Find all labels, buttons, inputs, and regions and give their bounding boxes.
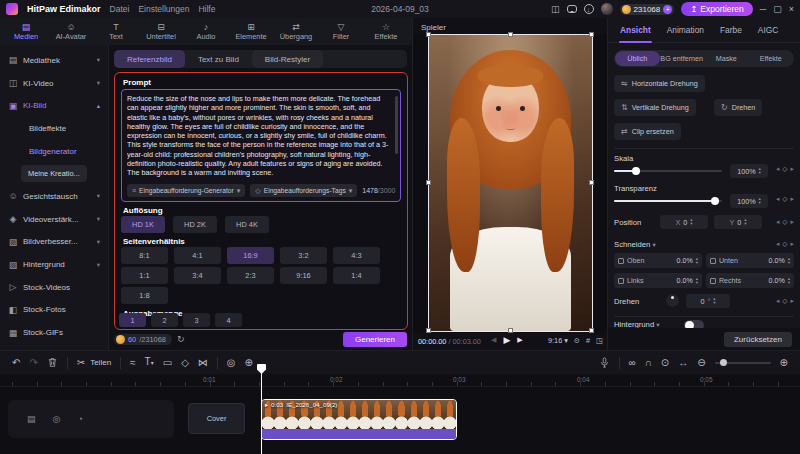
selection-handle[interactable] xyxy=(426,180,431,185)
position-x-field[interactable]: X0▴▾ xyxy=(660,215,708,229)
kf-prev-icon[interactable]: ◂ xyxy=(776,195,779,203)
tab-ansicht[interactable]: Ansicht xyxy=(612,18,659,43)
grid-icon[interactable]: # xyxy=(586,336,590,345)
aspect-16-9[interactable]: 16:9 xyxy=(227,247,274,264)
prompt-generator-button[interactable]: ≡Eingabeaufforderung-Generator▾ xyxy=(127,184,245,197)
kf-prev-icon[interactable]: ◂ xyxy=(776,218,779,226)
reset-button[interactable]: Zurücksetzen xyxy=(724,332,792,347)
rotation-field[interactable]: 0°▴▾ xyxy=(686,294,730,308)
fit-timeline-icon[interactable]: ↔ xyxy=(678,357,688,368)
quantity-2[interactable]: 2 xyxy=(151,313,178,327)
sidebar-item-stock-gifs[interactable]: ▦Stock-GIFs xyxy=(5,321,103,344)
crop-tool-icon[interactable]: ▭ xyxy=(163,357,172,368)
fullscreen-icon[interactable]: ◳ xyxy=(596,336,603,345)
sidebar-item-bildgenerator[interactable]: Bildgenerator xyxy=(5,140,103,163)
step-down-icon[interactable]: ▾ xyxy=(696,261,698,265)
ribbon-tab-audio[interactable]: ♪Audio xyxy=(184,22,228,41)
replace-clip-button[interactable]: ⇄Clip ersetzen xyxy=(614,123,681,140)
flip-horizontal-button[interactable]: ⇋Horizontale Drehung xyxy=(614,75,705,92)
step-down-icon[interactable]: ▾ xyxy=(759,171,761,175)
quantity-4[interactable]: 4 xyxy=(215,313,242,327)
scale-slider[interactable] xyxy=(614,170,722,172)
crop-top-field[interactable]: Oben0.0%▴▾ xyxy=(614,253,702,268)
credits-badge[interactable]: 231068 + xyxy=(620,4,675,15)
kf-prev-icon[interactable]: ◂ xyxy=(776,297,779,305)
selection-handle[interactable] xyxy=(589,328,594,333)
aspect-1-8[interactable]: 1:8 xyxy=(121,287,168,304)
aspect-4-1[interactable]: 4:1 xyxy=(174,247,221,264)
menu-einstellungen[interactable]: Einstellungen xyxy=(138,4,189,14)
play-icon[interactable]: ▶ xyxy=(503,335,510,345)
kf-next-icon[interactable]: ▸ xyxy=(791,297,794,305)
step-down-icon[interactable]: ▾ xyxy=(788,281,790,285)
scale-value[interactable]: 100%▴▾ xyxy=(730,164,768,178)
step-down-icon[interactable]: ▾ xyxy=(744,222,746,226)
rotate-button[interactable]: ↻Drehen xyxy=(714,99,762,116)
ribbon-tab-filter[interactable]: ▽Filter xyxy=(319,22,363,41)
window-close-button[interactable]: × xyxy=(789,4,794,14)
quantity-1[interactable]: 1 xyxy=(119,313,146,327)
segment-bg-entfernen[interactable]: BG entfernen xyxy=(660,51,705,66)
timeline-ruler[interactable]: 0:01 0:02 0:03 0:04 0:05 xyxy=(0,374,800,387)
kf-prev-icon[interactable]: ◂ xyxy=(776,165,779,173)
undo-icon[interactable]: ↶ xyxy=(12,357,20,368)
position-y-stepper[interactable]: ▴▾ xyxy=(744,218,746,225)
selection-handle[interactable] xyxy=(426,32,431,37)
aspect-1-1[interactable]: 1:1 xyxy=(121,267,168,284)
opacity-slider[interactable] xyxy=(614,200,722,202)
speed-icon[interactable]: ≈ xyxy=(130,357,136,368)
snapshot-icon[interactable]: ⊙ xyxy=(574,336,580,345)
resolution-hd2k[interactable]: HD 2K xyxy=(173,216,217,233)
previous-frame-icon[interactable]: ◀ xyxy=(491,336,496,344)
microphone-icon[interactable] xyxy=(599,357,610,368)
marker-icon[interactable]: ⊙ xyxy=(661,357,669,368)
add-credits-icon[interactable]: + xyxy=(663,5,672,14)
track-option-icon-2[interactable]: ◎ xyxy=(53,414,61,424)
sidebar-item-ki-bild[interactable]: ▣KI-Bild▴ xyxy=(5,94,103,117)
kf-add-icon[interactable]: ◇ xyxy=(782,195,787,203)
sidebar-item-stock-fotos[interactable]: ◧Stock-Fotos xyxy=(5,299,103,322)
download-icon[interactable]: ↓ xyxy=(584,4,594,14)
aspect-3-2[interactable]: 3:2 xyxy=(280,247,327,264)
kf-next-icon[interactable]: ▸ xyxy=(791,195,794,203)
aspect-4-3[interactable]: 4:3 xyxy=(333,247,380,264)
aspect-3-4[interactable]: 3:4 xyxy=(174,267,221,284)
playhead[interactable] xyxy=(261,364,262,454)
step-down-icon[interactable]: ▾ xyxy=(759,201,761,205)
flip-vertical-button[interactable]: ⇅Vertikale Drehung xyxy=(614,99,696,116)
selection-handle[interactable] xyxy=(508,32,513,37)
selection-handle[interactable] xyxy=(426,328,431,333)
tab-aigc[interactable]: AIGC xyxy=(750,18,786,43)
sidebar-item-mediathek[interactable]: ▤Mediathek▾ xyxy=(5,49,103,72)
next-frame-icon[interactable]: ▶ xyxy=(517,336,522,344)
split-label[interactable]: Teilen xyxy=(90,358,111,367)
crop-top-stepper[interactable]: ▴▾ xyxy=(696,257,698,264)
zoom-in-icon[interactable]: ⊕ xyxy=(780,357,788,368)
sidebar-item-meine-kreationen[interactable]: Meine Kreatio... xyxy=(21,165,87,182)
preview-image[interactable] xyxy=(429,35,592,331)
selection-handle[interactable] xyxy=(589,32,594,37)
mirror-icon[interactable]: ⋈ xyxy=(198,357,208,368)
ribbon-tab-uebergang[interactable]: ⇄Übergang xyxy=(274,22,318,41)
step-down-icon[interactable]: ▾ xyxy=(713,301,715,305)
menu-hilfe[interactable]: Hilfe xyxy=(198,4,215,14)
segment-effekte[interactable]: Effekte xyxy=(749,51,794,66)
kf-add-icon[interactable]: ◇ xyxy=(782,165,787,173)
kf-add-icon[interactable]: ◇ xyxy=(782,218,787,226)
aspect-1-4[interactable]: 1:4 xyxy=(333,267,380,284)
window-maximize-button[interactable]: ▢ xyxy=(773,4,782,14)
ribbon-tab-elemente[interactable]: ⊞Elemente xyxy=(229,22,273,41)
opacity-stepper[interactable]: ▴▾ xyxy=(759,197,761,204)
split-icon[interactable]: ✂ xyxy=(77,357,85,368)
menu-datei[interactable]: Datei xyxy=(110,4,130,14)
crop-right-field[interactable]: Rechts0.0%▴▾ xyxy=(706,273,794,288)
tab-farbe[interactable]: Farbe xyxy=(712,18,750,43)
crop-left-field[interactable]: Links0.0%▴▾ xyxy=(614,273,702,288)
ribbon-tab-medien[interactable]: ▤Medien xyxy=(4,22,48,41)
sidebar-item-gesichtstausch[interactable]: ☺Gesichtstausch▾ xyxy=(5,185,103,208)
magnet-icon[interactable]: ∩ xyxy=(645,357,652,368)
aspect-9-16[interactable]: 9:16 xyxy=(280,267,327,284)
tab-bild-restyler[interactable]: Bild-Restyler xyxy=(252,50,323,68)
timeline-zoom-slider[interactable] xyxy=(715,362,771,364)
resolution-hd1k[interactable]: HD 1K xyxy=(121,216,165,233)
